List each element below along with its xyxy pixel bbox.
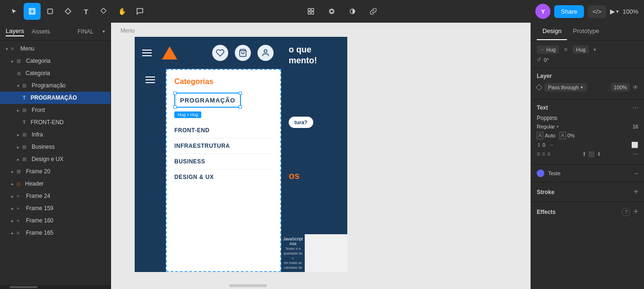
eye-icon[interactable]: 👁: [633, 84, 638, 91]
x-field[interactable]: ↔ Hug: [537, 45, 559, 54]
logo-triangle-icon: [162, 46, 177, 60]
valign-bot-icon[interactable]: ⬇: [597, 151, 601, 157]
auto-field[interactable]: A Auto: [537, 132, 556, 139]
layer-frame-24[interactable]: ▸ + Frame 24: [0, 190, 111, 202]
right-panel-scroll: ↔ Hug ✕ Hug ▾ ↺ 0° Layer: [531, 41, 644, 289]
right-panel-tabs: Design Prototype: [531, 23, 644, 41]
layer-menu[interactable]: ▾ ≡ Menu: [0, 42, 111, 55]
nav-bar: [135, 37, 281, 69]
code-button[interactable]: </>: [588, 5, 606, 18]
hand-tool-btn[interactable]: ✋: [113, 3, 130, 20]
fill-color-swatch[interactable]: [537, 170, 544, 177]
menu-item-design[interactable]: DESIGN & UX: [174, 170, 273, 185]
y-field[interactable]: Hug: [573, 45, 589, 54]
valign-top-icon[interactable]: ⬆: [582, 151, 586, 157]
svg-rect-9: [308, 12, 310, 14]
menu-item-frontend[interactable]: FRONT-END: [174, 123, 273, 138]
tracking-field[interactable]: A 0%: [559, 132, 575, 139]
comment-tool-btn[interactable]: [131, 3, 148, 20]
chevron-icon: ▸: [17, 157, 19, 162]
tab-prototype[interactable]: Prototype: [567, 23, 605, 40]
layer-categoria-group[interactable]: ▸ ⊞ Categoria: [0, 55, 111, 67]
letter-spacing-field[interactable]: ↔: [549, 142, 554, 148]
layer-name: Infra: [32, 131, 107, 138]
layer-business[interactable]: ▸ ⊞ Business: [0, 141, 111, 153]
mask-btn[interactable]: [323, 3, 340, 20]
help-icon[interactable]: ?: [622, 208, 630, 216]
selected-text-container[interactable]: PROGRAMAÇÃO: [174, 93, 241, 108]
component-tool-btn[interactable]: [95, 3, 112, 20]
tracking-value: 0%: [567, 133, 575, 138]
hamburger-icon-dark[interactable]: [146, 76, 155, 83]
position-section: ↔ Hug ✕ Hug ▾ ↺ 0°: [531, 41, 644, 68]
toolbar: T ✋ Y Share </>: [0, 0, 644, 23]
frame-tool-btn[interactable]: [24, 3, 41, 20]
layer-front[interactable]: ▸ ⊞ Front: [0, 104, 111, 116]
contrast-btn[interactable]: [344, 3, 361, 20]
align-center-icon[interactable]: ≡: [542, 151, 545, 157]
hamburger-icon[interactable]: [142, 50, 152, 56]
card-button[interactable]: tura?: [289, 117, 313, 128]
font-style-dropdown[interactable]: Regular ▾: [537, 124, 559, 129]
cart-icon-btn[interactable]: [235, 45, 251, 61]
zoom-label[interactable]: 100%: [623, 8, 638, 15]
align-right-icon[interactable]: ≡: [547, 151, 550, 157]
line-height-field[interactable]: ⇕ 0: [537, 142, 545, 148]
share-button[interactable]: Share: [554, 5, 584, 18]
blend-mode-dropdown[interactable]: Pass through ▾: [544, 83, 587, 92]
fill-remove-btn[interactable]: −: [635, 170, 638, 177]
scroll-thumb[interactable]: [9, 286, 38, 288]
text-more-btn[interactable]: ⋯: [633, 104, 638, 111]
canvas-scrollbar[interactable]: [229, 284, 412, 287]
chevron-icon: ▸: [17, 108, 19, 113]
move-tool-btn[interactable]: [6, 3, 23, 20]
tab-design[interactable]: Design: [537, 23, 567, 40]
shape-tool-btn[interactable]: [42, 3, 59, 20]
effects-add-btn[interactable]: +: [633, 207, 638, 217]
pen-tool-btn[interactable]: [60, 3, 77, 20]
tab-assets[interactable]: Assets: [32, 27, 50, 36]
font-size-field[interactable]: 16: [633, 124, 638, 129]
menu-item-business[interactable]: BUSINESS: [174, 154, 273, 170]
tab-layers[interactable]: Layers: [6, 26, 24, 36]
component-icon: ◇: [17, 181, 20, 187]
user-icon-btn[interactable]: [258, 45, 274, 61]
layer-frame-160[interactable]: ▸ + Frame 160: [0, 214, 111, 227]
align-left-icon[interactable]: ≡: [537, 151, 540, 157]
layer-front-end[interactable]: T FRONT-END: [0, 116, 111, 128]
layer-programacao-group[interactable]: ▾ ⊞ Programação: [0, 79, 111, 92]
opacity-field[interactable]: 100%: [611, 83, 630, 92]
text-box-1-icon[interactable]: ⬜: [631, 142, 638, 148]
layer-design-ux[interactable]: ▸ ⊞ Design e UX: [0, 153, 111, 165]
blend-chevron-icon: ▾: [581, 85, 583, 90]
chevron-icon: ▸: [11, 194, 14, 199]
text-title: Text: [537, 104, 548, 111]
layer-frame-159[interactable]: ▸ + Frame 159: [0, 202, 111, 214]
layer-name: Front: [32, 107, 107, 113]
valign-mid-icon[interactable]: ⬛: [588, 151, 595, 157]
main-area: Layers Assets FINAL ▾ ▾ ≡ Menu ▸ ⊞ Categ…: [0, 23, 644, 289]
layer-programacao-text[interactable]: T PROGRAMAÇÃO: [0, 92, 111, 104]
blend-mode-value: Pass through: [548, 85, 579, 90]
text-more-btn-2[interactable]: ⋯: [633, 151, 638, 157]
text-section-header: Text ⋯: [537, 104, 638, 111]
link-btn[interactable]: [365, 3, 382, 20]
tracking-icon: A: [559, 132, 566, 139]
canvas: Menu: [111, 23, 531, 289]
play-button[interactable]: ▶▾: [610, 8, 619, 15]
layer-frame-20[interactable]: ▸ ⊞ Frame 20: [0, 165, 111, 178]
layer-frame-165[interactable]: ▸ ≡ Frame 165: [0, 227, 111, 239]
heart-icon-btn[interactable]: [212, 45, 228, 61]
avatar[interactable]: Y: [535, 4, 550, 19]
layer-header[interactable]: ▸ ◇ Header: [0, 178, 111, 190]
file-label[interactable]: FINAL: [77, 28, 94, 35]
menu-item-infra[interactable]: INFRAESTRUTURA: [174, 138, 273, 154]
layer-infra[interactable]: ▸ ⊞ Infra: [0, 128, 111, 141]
layer-categoria-sub[interactable]: ⊞ Categoria: [0, 67, 111, 79]
chevron-icon: ▸: [17, 144, 19, 150]
chevron-icon: ▸: [11, 181, 14, 187]
font-name[interactable]: Poppins: [537, 115, 638, 121]
stroke-add-btn[interactable]: +: [633, 187, 638, 197]
text-tool-btn[interactable]: T: [77, 3, 94, 20]
component-center-btn[interactable]: [302, 3, 319, 20]
